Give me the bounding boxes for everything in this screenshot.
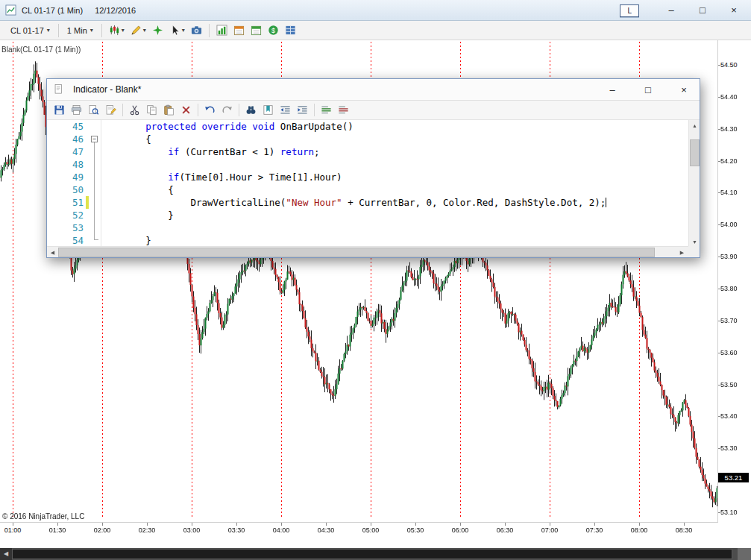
- print-button[interactable]: [68, 103, 85, 117]
- properties-button[interactable]: [102, 103, 119, 117]
- market-analyzer-button[interactable]: [282, 23, 299, 37]
- editor-v-thumb[interactable]: [690, 139, 700, 166]
- toolbar-separator: [58, 24, 59, 37]
- main-toolbar: CL 01-17 ▾ 1 Min ▾ ▾▾▾$: [0, 21, 751, 40]
- price-axis-label: 53.90: [720, 253, 738, 260]
- scroll-up-button[interactable]: ▲: [689, 120, 700, 131]
- time-axis-tick: [236, 523, 237, 526]
- code-line-49: 49 if(Time[0].Hour > Time[1].Hour): [47, 171, 688, 183]
- chevron-down-icon: ▾: [47, 27, 50, 34]
- chart-h-scrollbar[interactable]: ◀: [0, 548, 751, 560]
- time-axis-tick: [192, 523, 192, 526]
- line-number: 53: [47, 221, 86, 234]
- code-text: }: [101, 234, 688, 247]
- editor-minimize-button[interactable]: –: [606, 79, 619, 101]
- dollar-icon: $: [268, 25, 279, 36]
- fold-margin: [89, 120, 101, 133]
- scrollbar-thumb[interactable]: [12, 549, 732, 559]
- editor-h-scrollbar[interactable]: ◀ ▶: [47, 246, 700, 257]
- snap-mode-button[interactable]: [149, 23, 166, 37]
- data-grid-button[interactable]: [230, 23, 248, 37]
- line-number: 54: [47, 234, 86, 247]
- toolbar-separator: [122, 104, 123, 116]
- cut-button[interactable]: [126, 103, 143, 117]
- toolbar-separator: [198, 104, 198, 116]
- axis-divider-horizontal: [0, 522, 718, 523]
- comment-icon: [321, 104, 332, 116]
- time-axis-label: 05:00: [358, 526, 383, 534]
- comment-button[interactable]: [318, 103, 335, 117]
- editor-titlebar[interactable]: Indicator - Blank* – □ ×: [47, 79, 700, 101]
- editor-maximize-button[interactable]: □: [641, 79, 655, 101]
- find-icon: [245, 104, 257, 116]
- editor-v-scrollbar[interactable]: ▲ ▼: [688, 120, 700, 248]
- time-axis-tick: [415, 523, 416, 526]
- time-axis-label: 04:30: [313, 526, 339, 534]
- drawing-tools-button[interactable]: ▾: [128, 23, 149, 37]
- time-axis-label: 08:00: [626, 526, 652, 534]
- line-number: 52: [47, 209, 86, 221]
- collapse-region-icon[interactable]: −: [91, 136, 98, 142]
- scroll-left-button[interactable]: ◀: [47, 247, 58, 258]
- toolbar-separator: [239, 104, 239, 116]
- close-button[interactable]: ×: [727, 0, 741, 21]
- undo-icon: [204, 104, 216, 116]
- code-text: }: [101, 209, 688, 221]
- undo-button[interactable]: [201, 103, 219, 117]
- toolbar-separator: [101, 24, 102, 37]
- indicators-button[interactable]: [213, 23, 230, 37]
- maximize-button[interactable]: □: [696, 0, 709, 21]
- uncomment-button[interactable]: [335, 103, 352, 117]
- outdent-icon: [280, 104, 291, 116]
- time-axis-label: 04:00: [268, 526, 294, 534]
- svg-text:$: $: [271, 27, 275, 34]
- paste-button[interactable]: [160, 103, 177, 117]
- indent-button[interactable]: [294, 103, 311, 117]
- chart-style-button[interactable]: ▾: [106, 23, 128, 37]
- instrument-selector[interactable]: CL 01-17 ▾: [6, 25, 54, 37]
- time-axis-label: 01:00: [0, 526, 25, 534]
- copy-button[interactable]: [143, 103, 160, 117]
- print-preview-button[interactable]: [85, 103, 102, 117]
- cursor-button[interactable]: ▾: [166, 23, 188, 37]
- delete-button[interactable]: [177, 103, 195, 117]
- time-axis-label: 06:00: [447, 526, 473, 534]
- copyright-text: © 2016 NinjaTrader, LLC: [2, 512, 84, 520]
- session-grid-button[interactable]: [248, 23, 265, 37]
- price-axis-label: 54.40: [720, 93, 738, 101]
- scroll-left-button[interactable]: ◀: [0, 548, 12, 560]
- time-axis-tick: [684, 523, 685, 526]
- editor-window: Indicator - Blank* – □ × 45 protected ov…: [46, 78, 700, 258]
- time-axis-label: 07:00: [537, 526, 562, 534]
- snap-icon: [152, 25, 163, 36]
- time-axis-tick: [57, 523, 58, 526]
- find-button[interactable]: [242, 103, 260, 117]
- bookmark-button[interactable]: [260, 103, 277, 117]
- time-axis-tick: [326, 523, 327, 526]
- time-axis-tick: [505, 523, 506, 526]
- interval-selector[interactable]: 1 Min ▾: [63, 25, 98, 37]
- indent-icon: [297, 104, 308, 116]
- link-button[interactable]: L: [620, 4, 639, 17]
- scroll-right-button[interactable]: ▶: [676, 247, 688, 258]
- save-button[interactable]: [51, 103, 68, 117]
- chart-snapshot-button[interactable]: [188, 23, 205, 37]
- editor-close-button[interactable]: ×: [677, 79, 691, 101]
- outdent-button[interactable]: [277, 103, 294, 117]
- chevron-down-icon: ▾: [143, 27, 146, 34]
- code-line-52: 52 }: [47, 209, 688, 221]
- redo-button[interactable]: [219, 103, 236, 117]
- scrollbar-corner: [738, 548, 751, 560]
- code-line-47: 47 if (CurrentBar < 1) return;: [47, 145, 688, 158]
- chevron-down-icon: ▾: [122, 27, 125, 34]
- editor-h-thumb[interactable]: [58, 248, 655, 257]
- indicators-icon: [216, 25, 227, 36]
- calendar-green-icon: [251, 25, 262, 36]
- code-editor[interactable]: 45 protected override void OnBarUpdate()…: [47, 120, 688, 248]
- account-button[interactable]: $: [265, 23, 282, 37]
- text-caret: [606, 198, 606, 207]
- code-line-45: 45 protected override void OnBarUpdate(): [47, 120, 688, 133]
- document-edit-icon: [54, 84, 66, 95]
- minimize-button[interactable]: –: [664, 0, 678, 21]
- axis-divider-vertical: [717, 40, 718, 523]
